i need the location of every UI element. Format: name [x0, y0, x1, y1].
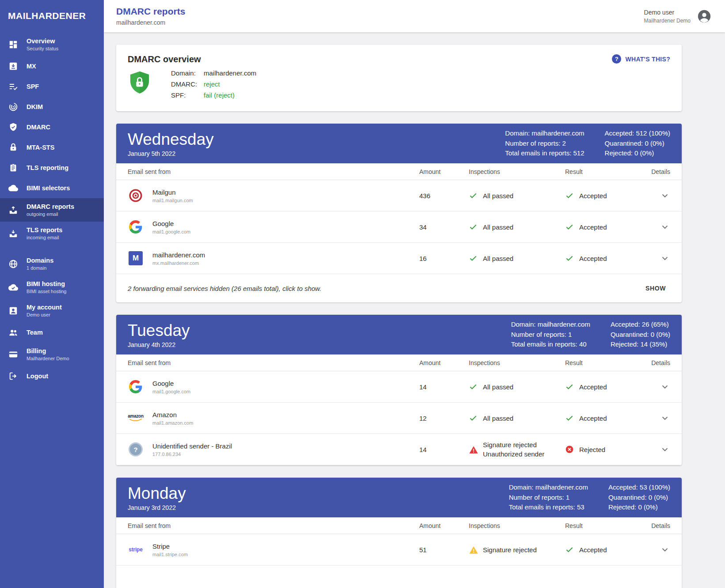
amazon-logo-icon: amazon [128, 410, 144, 426]
result-text: Accepted [579, 383, 607, 391]
inspections-cell: Signature rejected Unauthorized sender [469, 441, 565, 458]
col-result: Result [565, 168, 645, 175]
result-text: Accepted [579, 546, 607, 554]
overview-title: DMARC overview [128, 54, 201, 64]
stat-rejected: Rejected: 0 (0%) [608, 504, 670, 511]
credit-card-icon [8, 349, 19, 360]
col-result: Result [565, 359, 645, 366]
col-inspections: Inspections [469, 168, 565, 175]
col-inspections: Inspections [469, 522, 565, 529]
sidebar-item-mx[interactable]: MX [0, 56, 104, 76]
stat-quarantined: Quarantined: 0 (0%) [611, 331, 670, 339]
check-icon [469, 254, 478, 263]
sidebar-nav: OverviewSecurity status MX SPF DKIM DMAR… [0, 33, 104, 407]
sidebar-item-my-account[interactable]: My accountDemo user [0, 299, 104, 322]
chevron-down-icon[interactable] [660, 544, 670, 555]
table-row[interactable]: ? Unidentified sender - Brazil177.0.86.2… [116, 434, 682, 465]
sidebar-item-dmarc[interactable]: DMARC [0, 117, 104, 137]
stat-domain: Domain: mailhardener.com [511, 321, 590, 328]
account-box-icon [8, 305, 19, 316]
sidebar-item-label: SPF [27, 83, 39, 90]
whats-this-link[interactable]: ? WHAT'S THIS? [612, 54, 670, 64]
result-text: Rejected [579, 446, 605, 453]
day-stats: Domain: mailhardener.com Number of repor… [505, 130, 670, 157]
hidden-services-row[interactable]: 2 forwarding email services hidden (26 e… [116, 274, 682, 302]
sidebar-item-tls-reporting[interactable]: TLS reporting [0, 158, 104, 178]
check-icon [565, 545, 574, 554]
check-icon [565, 191, 574, 200]
sidebar-item-dkim[interactable]: DKIM [0, 97, 104, 117]
sender-host: 177.0.86.234 [152, 452, 232, 457]
table-row[interactable]: Googlemail1.google.com 34 All passed Acc… [116, 211, 682, 243]
sender-name: Stripe [152, 543, 188, 550]
table-row[interactable]: amazon Amazonmail1.amazon.com 12 All pas… [116, 403, 682, 434]
sidebar-item-overview[interactable]: OverviewSecurity status [0, 33, 104, 56]
sender-name: Mailgun [152, 188, 193, 196]
col-inspections: Inspections [469, 359, 565, 366]
sidebar-item-spf[interactable]: SPF [0, 76, 104, 97]
cloud-check-icon [8, 282, 19, 293]
chevron-down-icon[interactable] [660, 253, 670, 264]
day-date: January 5th 2022 [128, 150, 214, 157]
sender-name: mailhardener.com [152, 251, 205, 259]
sidebar-item-team[interactable]: Team [0, 322, 104, 343]
sidebar-item-bimi-selectors[interactable]: BIMI selectors [0, 178, 104, 198]
domain-label: Domain: [171, 69, 204, 77]
amount-value: 51 [419, 546, 469, 554]
main-area: DMARC reports mailhardener.com Demo user… [104, 0, 725, 588]
stat-domain: Domain: mailhardener.com [509, 484, 588, 491]
table-row[interactable]: M mailhardener.commx.mailhardener.com 16… [116, 243, 682, 274]
table-row[interactable]: Googlemail1.google.com 14 All passed Acc… [116, 371, 682, 403]
shield-lock-icon [128, 68, 152, 100]
inspection-text: All passed [483, 383, 513, 391]
chevron-down-icon[interactable] [660, 222, 670, 232]
logout-button[interactable]: Logout [0, 366, 104, 386]
table-row[interactable]: stripe Stripemail1.stripe.com 51 Signatu… [116, 534, 682, 565]
check-icon [565, 414, 574, 422]
col-amount: Amount [419, 522, 469, 529]
result-cell: Accepted [565, 545, 645, 554]
stat-rejected: Rejected: 0 (0%) [605, 150, 670, 157]
chevron-down-icon[interactable] [660, 444, 670, 455]
table-row[interactable]: Mailgunmail1.mailgun.com 436 All passed … [116, 180, 682, 211]
day-header: Monday January 3rd 2022 Domain: mailhard… [116, 478, 682, 517]
result-cell: Accepted [565, 254, 645, 263]
user-menu[interactable]: Demo user Mailhardener Demo [644, 9, 712, 24]
day-name: Monday [128, 484, 186, 503]
page-heading: DMARC reports mailhardener.com [116, 6, 185, 26]
user-org: Mailhardener Demo [644, 18, 691, 24]
check-icon [469, 414, 478, 422]
sidebar-item-tls-reports[interactable]: TLS reportsincoming email [0, 222, 104, 245]
sender-name: Unidentified sender - Brazil [152, 442, 232, 450]
clipboard-icon [8, 162, 19, 173]
sidebar-item-bimi-hosting[interactable]: BIMI hostingBIMI asset hosting [0, 275, 104, 299]
chevron-down-icon[interactable] [660, 413, 670, 423]
help-icon: ? [612, 54, 621, 64]
amount-value: 34 [419, 223, 469, 231]
sidebar-item-billing[interactable]: BillingMailhardener Demo [0, 343, 104, 366]
sender-name: Amazon [152, 411, 193, 418]
check-icon [469, 382, 478, 391]
sidebar-item-sub: Security status [27, 46, 58, 51]
user-name: Demo user [644, 9, 691, 16]
col-details: Details [651, 359, 670, 366]
inspection-text: Signature rejected [483, 441, 544, 449]
brand-logo: MAILHARDENER [0, 0, 104, 33]
stat-quarantined: Quarantined: 0 (0%) [608, 494, 670, 501]
sidebar-item-domains[interactable]: Domains1 domain [0, 252, 104, 275]
chevron-down-icon[interactable] [660, 190, 670, 201]
avatar-icon[interactable] [697, 9, 712, 24]
sidebar-item-mta-sts[interactable]: MTA-STS [0, 137, 104, 158]
result-text: Accepted [579, 255, 607, 262]
chevron-down-icon[interactable] [660, 381, 670, 392]
sidebar-item-dmarc-reports[interactable]: DMARC reportsoutgoing email [0, 198, 104, 222]
amount-value: 14 [419, 383, 469, 391]
sidebar-item-label: DKIM [27, 103, 43, 110]
inspection-text: Signature rejected [483, 546, 537, 554]
day-card-tuesday: Tuesday January 4th 2022 Domain: mailhar… [116, 315, 682, 465]
result-cell: Accepted [565, 414, 645, 422]
sender-host: mail1.google.com [152, 389, 190, 394]
day-date: January 3rd 2022 [128, 504, 186, 511]
globe-icon [8, 259, 19, 269]
show-button[interactable]: SHOW [641, 281, 670, 295]
